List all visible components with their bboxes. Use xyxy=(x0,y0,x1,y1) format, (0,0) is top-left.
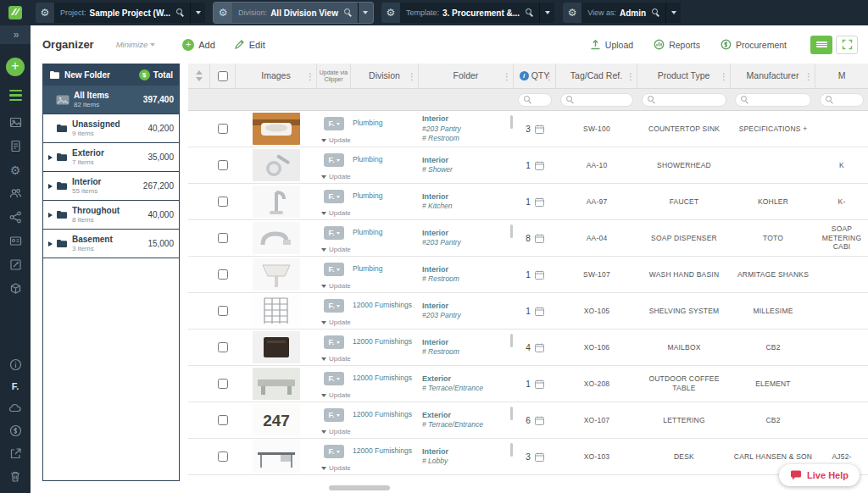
manufacturer-cell[interactable]: CB2 xyxy=(731,402,815,438)
update-link[interactable]: Update xyxy=(321,428,351,435)
update-link[interactable]: Update xyxy=(321,355,351,363)
row-checkbox[interactable] xyxy=(218,379,228,389)
cell-scrollbar[interactable] xyxy=(510,443,513,457)
product-image[interactable]: 247 xyxy=(253,404,300,436)
clipper-badge[interactable]: F. xyxy=(324,117,344,130)
product-image[interactable] xyxy=(253,331,300,363)
manufacturer-cell[interactable]: TOTO xyxy=(731,220,815,256)
gear-icon[interactable]: ⚙ xyxy=(36,3,54,23)
row-checkbox[interactable] xyxy=(218,415,228,425)
product-image[interactable] xyxy=(253,258,300,291)
contact-card-icon[interactable] xyxy=(9,235,22,247)
table-row[interactable]: F. Update Plumbing Interior #203 Pantry … xyxy=(188,220,868,257)
calendar-icon[interactable] xyxy=(535,416,544,425)
gear-icon[interactable]: ⚙ xyxy=(563,3,581,23)
table-row[interactable]: 247 F. Update 12000 Furnishings Exterior… xyxy=(188,402,868,439)
external-link-icon[interactable] xyxy=(9,447,22,460)
cell-scrollbar[interactable] xyxy=(510,115,513,129)
product-image[interactable] xyxy=(253,113,300,145)
tag-cell[interactable]: SW-107 xyxy=(556,257,637,292)
update-link[interactable]: Update xyxy=(321,209,351,217)
product-type-column-header[interactable]: Product Type⋮ xyxy=(637,64,731,88)
tag-cell[interactable]: XO-106 xyxy=(556,330,637,365)
manufacturer-filter-input[interactable] xyxy=(735,93,811,107)
manufacturer-cell[interactable] xyxy=(731,147,815,183)
product-image[interactable] xyxy=(253,440,300,473)
clipper-column-header[interactable]: Update via Clipper xyxy=(317,64,351,88)
info-icon[interactable] xyxy=(9,358,22,371)
row-drag-handle[interactable] xyxy=(188,184,210,219)
manufacturer-cell[interactable]: MILLESIME xyxy=(731,293,815,329)
fohlio-mark-icon[interactable]: F. xyxy=(12,381,19,391)
division-link[interactable]: 12000 Furnishings xyxy=(353,337,412,346)
search-icon[interactable] xyxy=(176,8,185,17)
folder-tree-item[interactable]: Exterior7 items 35,000 xyxy=(43,143,179,172)
model-filter-input[interactable] xyxy=(820,93,864,107)
table-row[interactable]: F. Update 12000 Furnishings Exterior # T… xyxy=(188,366,868,402)
folder-main-link[interactable]: Interior xyxy=(422,229,448,239)
calendar-icon[interactable] xyxy=(535,343,544,352)
dollar-icon[interactable] xyxy=(9,424,22,437)
model-cell[interactable] xyxy=(815,293,868,329)
calendar-icon[interactable] xyxy=(535,161,544,170)
column-menu-icon[interactable]: ⋮ xyxy=(545,71,554,80)
images-column-header[interactable]: Images⋮ xyxy=(236,64,317,88)
folder-sub-link[interactable]: #203 Pantry xyxy=(422,125,461,134)
product-type-cell[interactable]: FAUCET xyxy=(637,184,731,219)
folder-sub-link[interactable]: # Restroom xyxy=(422,134,459,143)
edit-button[interactable]: Edit xyxy=(234,39,265,50)
folder-tree-item[interactable]: All Items82 items 397,400 xyxy=(43,86,179,114)
manufacturer-cell[interactable]: ELEMENT xyxy=(731,366,815,402)
topbar-selector[interactable]: ⚙ Template: 3. Procurement &... xyxy=(381,3,554,23)
table-row[interactable]: F. Update Plumbing Interior # Kitchen 1 … xyxy=(188,184,868,220)
expand-caret-icon[interactable] xyxy=(48,213,53,218)
row-drag-handle[interactable] xyxy=(188,330,210,365)
table-row[interactable]: F. Update Plumbing Interior #203 Pantry#… xyxy=(188,111,868,147)
table-row[interactable]: F. Update 12000 Furnishings Interior # R… xyxy=(188,330,868,366)
add-button[interactable]: +Add xyxy=(182,39,215,51)
calendar-icon[interactable] xyxy=(535,452,544,462)
info-icon[interactable]: i xyxy=(520,71,529,80)
row-drag-handle[interactable] xyxy=(188,293,210,329)
expand-caret-icon[interactable] xyxy=(48,241,53,246)
row-checkbox[interactable] xyxy=(218,269,228,280)
product-image[interactable] xyxy=(253,368,300,400)
tag-cell[interactable]: XO-103 xyxy=(556,439,637,474)
folder-main-link[interactable]: Exterior xyxy=(422,411,451,421)
row-checkbox[interactable] xyxy=(218,342,228,352)
manufacturer-cell[interactable]: CB2 xyxy=(731,330,815,365)
product-type-cell[interactable]: SOAP DISPENSER xyxy=(637,220,731,256)
division-link[interactable]: Plumbing xyxy=(353,264,382,273)
search-icon[interactable] xyxy=(526,8,534,17)
topbar-selector[interactable]: ⚙ Project: Sample Project (W... xyxy=(36,3,205,23)
division-link[interactable]: Plumbing xyxy=(353,155,382,163)
tag-cell[interactable]: XO-105 xyxy=(556,293,637,329)
folder-main-link[interactable]: Interior xyxy=(422,192,448,202)
update-link[interactable]: Update xyxy=(321,391,351,399)
row-checkbox[interactable] xyxy=(218,233,228,243)
cell-scrollbar[interactable] xyxy=(510,407,513,420)
tag-filter-input[interactable] xyxy=(560,93,633,107)
search-icon[interactable] xyxy=(344,8,353,17)
row-checkbox[interactable] xyxy=(218,451,228,462)
division-link[interactable]: Plumbing xyxy=(353,119,382,127)
model-cell[interactable] xyxy=(815,257,868,292)
folder-main-link[interactable]: Interior xyxy=(422,302,448,312)
select-all-checkbox[interactable] xyxy=(218,71,228,81)
tag-cell[interactable]: AA-04 xyxy=(556,220,637,256)
folder-sub-link[interactable]: # Lobby xyxy=(422,457,448,466)
clipper-badge[interactable]: F. xyxy=(324,190,344,203)
table-row[interactable]: F. Update 12000 Furnishings Interior # L… xyxy=(188,439,868,475)
qty-column-header[interactable]: iQTY⋮ xyxy=(514,64,556,88)
update-link[interactable]: Update xyxy=(321,282,351,290)
row-drag-handle[interactable] xyxy=(188,257,210,292)
column-menu-icon[interactable]: ⋮ xyxy=(626,71,635,80)
division-link[interactable]: Plumbing xyxy=(353,191,382,200)
tag-cell[interactable]: AA-10 xyxy=(556,147,637,183)
division-link[interactable]: Plumbing xyxy=(353,228,382,236)
row-drag-handle[interactable] xyxy=(188,147,210,183)
document-icon[interactable] xyxy=(9,140,22,152)
clipper-badge[interactable]: F. xyxy=(324,408,344,422)
calendar-icon[interactable] xyxy=(535,307,544,316)
row-checkbox[interactable] xyxy=(218,306,228,316)
